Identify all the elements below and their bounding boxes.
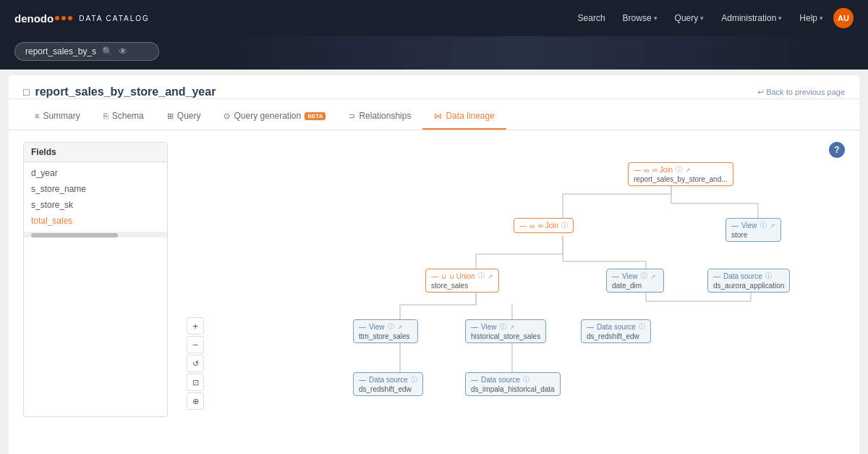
navbar: denodo DATA CATALOG Search Browse ▾ Quer… (0, 0, 868, 36)
node-ds-historical[interactable]: — Data source ⓘ ds_impala_historical_dat… (465, 372, 561, 396)
field-s-store-sk[interactable]: s_store_sk (24, 197, 167, 213)
nav-browse-label: Browse (623, 13, 652, 23)
infinity-icon2: ∞ (529, 222, 535, 230)
subnav-search-bar[interactable]: report_sales_by_s 🔍 👁 (14, 42, 159, 61)
field-d-year[interactable]: d_year (24, 165, 167, 181)
union-link-icon[interactable]: ↗ (488, 273, 493, 280)
dash-icon11: — (471, 376, 478, 384)
join-top-label: ∞ Join (652, 166, 673, 174)
view-store-label: View (741, 222, 757, 230)
browse-chevron-icon: ▾ (654, 14, 658, 22)
nav-browse[interactable]: Browse ▾ (616, 9, 665, 28)
dash-icon6: — (713, 272, 720, 280)
node-view-historical[interactable]: — View ⓘ ↗ historical_store_sales (465, 319, 546, 343)
help-button[interactable]: ? (829, 142, 845, 158)
node-view-ttm[interactable]: — View ⓘ ↗ ttm_store_sales (353, 319, 418, 343)
tab-summary[interactable]: ≡ Summary (23, 104, 92, 130)
nav-search[interactable]: Search (571, 9, 613, 28)
ds-aurora-label: Data source (723, 272, 762, 280)
zoom-out-button[interactable]: − (187, 336, 204, 353)
ds-historical-label: Data source (481, 376, 520, 384)
node-ds-ttm[interactable]: — Data source ⓘ ds_redshift_edw (353, 372, 423, 396)
ds-aurora-info-icon[interactable]: ⓘ (765, 272, 772, 281)
view-historical-link-icon[interactable]: ↗ (509, 324, 515, 331)
view-ttm-info-icon[interactable]: ⓘ (388, 322, 394, 332)
dash-icon2: — (519, 222, 527, 230)
zoom-in-button[interactable]: + (187, 317, 204, 335)
tab-data-lineage[interactable]: ⋈ Data lineage (422, 104, 506, 130)
scrollbar-area[interactable] (24, 232, 167, 237)
node-ds-redshift[interactable]: — Data source ⓘ ds_redshift_edw (581, 319, 651, 343)
nav-query[interactable]: Query ▾ (668, 9, 712, 28)
fit-button[interactable]: ⊡ (187, 374, 204, 391)
union-icon: ∪ (441, 272, 446, 280)
zoom-controls: + − ↺ ⊡ ⊕ (187, 317, 204, 410)
back-link[interactable]: ↩ Back to previous page (757, 88, 845, 97)
nav-right: Search Browse ▾ Query ▾ Administration ▾… (571, 8, 854, 28)
view-date-dim-sublabel: date_dim (612, 282, 642, 290)
brand-dots (54, 16, 74, 20)
join-mid-info-icon[interactable]: ⓘ (561, 221, 568, 230)
brand-catalog-text: DATA CATALOG (79, 14, 150, 22)
content-area: Fields d_year s_store_name s_store_sk to… (9, 130, 859, 429)
view-date-dim-link-icon[interactable]: ↗ (650, 273, 656, 280)
tab-relationships[interactable]: ⊃ Relationships (337, 104, 422, 130)
fields-header: Fields (24, 143, 167, 162)
view-historical-info-icon[interactable]: ⓘ (500, 322, 506, 332)
node-view-historical-header: — View ⓘ ↗ (471, 322, 515, 332)
node-view-store-header: — View ⓘ ↗ (731, 221, 775, 230)
node-union-store-sales[interactable]: — ∪ ∪ Union ⓘ ↗ store_sales (425, 269, 499, 293)
infinity-icon: ∞ (644, 166, 650, 175)
view-date-dim-info-icon[interactable]: ⓘ (641, 272, 647, 281)
reset-button[interactable]: ↺ (187, 355, 204, 372)
page-header: □ report_sales_by_store_and_year ↩ Back … (9, 75, 859, 99)
node-join-mid[interactable]: — ∞ ∞ Join ⓘ (514, 218, 574, 233)
dash-icon7: — (359, 323, 366, 331)
tab-query-generation[interactable]: ⊙ Query generation BETA (212, 104, 337, 130)
diagram-area: ? (179, 142, 845, 417)
ds-ttm-info-icon[interactable]: ⓘ (411, 375, 417, 384)
nav-administration[interactable]: Administration ▾ (714, 9, 789, 28)
node-ds-aurora[interactable]: — Data source ⓘ ds_aurora_application (707, 269, 790, 293)
page-title-row: □ report_sales_by_store_and_year (23, 85, 216, 98)
eye-icon[interactable]: 👁 (119, 46, 127, 56)
nav-help-label: Help (799, 13, 817, 23)
node-join-top[interactable]: — ∞ ∞ Join ⓘ ↗ report_sales_by_store_and… (628, 162, 733, 186)
tab-schema[interactable]: ⎘ Schema (92, 104, 156, 130)
fields-panel: Fields d_year s_store_name s_store_sk to… (23, 142, 168, 417)
node-ds-ttm-header: — Data source ⓘ (359, 375, 417, 384)
view-historical-label: View (481, 323, 497, 331)
view-store-info-icon[interactable]: ⓘ (760, 221, 767, 230)
dash-icon10: — (359, 376, 366, 384)
field-s-store-name[interactable]: s_store_name (24, 181, 167, 197)
node-view-store[interactable]: — View ⓘ ↗ store (726, 218, 781, 242)
fields-list: d_year s_store_name s_store_sk total_sal… (24, 162, 167, 232)
admin-chevron-icon: ▾ (778, 14, 782, 22)
tab-query[interactable]: ⊞ Query (156, 104, 213, 130)
tabs-row: ≡ Summary ⎘ Schema ⊞ Query ⊙ Query gener… (9, 104, 859, 130)
view-historical-sublabel: historical_store_sales (471, 332, 540, 340)
ds-historical-sublabel: ds_impala_historical_data (471, 385, 555, 393)
ds-redshift-info-icon[interactable]: ⓘ (639, 322, 645, 332)
node-ds-aurora-header: — Data source ⓘ (713, 272, 772, 281)
join-top-link-icon[interactable]: ↗ (685, 167, 691, 174)
ds-historical-info-icon[interactable]: ⓘ (523, 375, 529, 384)
nav-search-label: Search (578, 13, 605, 23)
view-store-sublabel: store (731, 231, 747, 239)
dash-icon5: — (612, 272, 619, 280)
join-top-info-icon[interactable]: ⓘ (676, 165, 682, 175)
query-chevron-icon: ▾ (700, 14, 704, 22)
node-join-mid-header: — ∞ ∞ Join ⓘ (519, 221, 568, 230)
expand-button[interactable]: ⊕ (187, 392, 204, 410)
field-total-sales[interactable]: total_sales (24, 213, 167, 229)
union-info-icon[interactable]: ⓘ (478, 272, 485, 281)
node-view-date-dim[interactable]: — View ⓘ ↗ date_dim (606, 269, 664, 293)
node-union-header: — ∪ ∪ Union ⓘ ↗ (431, 272, 493, 281)
avatar[interactable]: AU (833, 8, 854, 28)
view-store-link-icon[interactable]: ↗ (770, 222, 775, 230)
view-ttm-label: View (369, 323, 385, 331)
scrollbar-thumb (31, 233, 118, 237)
view-ttm-link-icon[interactable]: ↗ (397, 324, 403, 331)
nav-help[interactable]: Help ▾ (792, 9, 830, 28)
ds-aurora-sublabel: ds_aurora_application (713, 282, 784, 290)
